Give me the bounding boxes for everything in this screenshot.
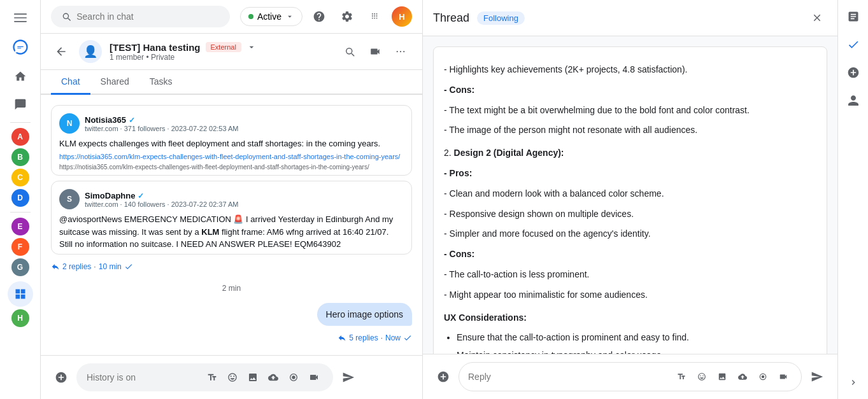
thread-ux-list: Ensure that the call-to-action is promin… [444,330,816,354]
tweet-meta-1: twitter.com · 371 followers · 2023-07-22… [85,125,239,132]
user-avatar[interactable]: H [392,6,412,27]
tweet-name-1: Notisia365 ✓ [85,115,239,125]
top-right-actions: Active H [240,5,412,28]
checkmark-icon [124,262,133,271]
thread-image-icon[interactable] [713,368,731,386]
svg-point-5 [403,51,404,52]
search-input[interactable] [76,11,220,22]
tweet-avatar-2: S [59,189,80,209]
thread-upload-icon[interactable] [734,368,751,386]
right-panel-add-icon[interactable] [842,61,865,84]
hero-image-options-bubble: Hero image options [317,303,412,326]
thread-design2-con-1: - The call-to-action is less prominent. [444,267,816,283]
tweet-header-2: S SimoDaphne ✓ twitter.com · 140 followe… [59,189,404,209]
tweet-link-preview-1: https://notisia365.com/klm-expects-chall… [59,162,404,172]
right-panel-tasks-icon[interactable] [842,33,865,56]
video-record-icon[interactable] [305,368,323,386]
svg-point-3 [397,51,398,52]
right-sidebar [837,0,868,399]
avatar-1[interactable]: A [11,128,29,146]
verified-icon-1: ✓ [129,116,135,125]
chat-room-info: [TEST] Hana testing External 1 member • … [110,42,331,62]
status-caret-icon [285,12,294,21]
tab-chat[interactable]: Chat [51,70,90,95]
svg-rect-2 [14,21,27,22]
search-box[interactable] [51,6,230,27]
hamburger-menu-button[interactable] [8,5,33,31]
thread-reply-input[interactable] [468,372,667,382]
add-attachment-button[interactable] [51,367,71,388]
avatar-2[interactable]: B [11,148,29,166]
svg-point-9 [762,375,765,379]
status-pill[interactable]: Active [240,7,302,26]
settings-button[interactable] [336,5,359,28]
verified-icon-2: ✓ [138,192,144,200]
avatar-7[interactable]: G [11,258,29,276]
thread-ux-heading: UX Considerations: [444,311,816,326]
avatar-8[interactable]: H [11,309,29,327]
active-space-btn[interactable] [8,281,33,307]
thread-con-2: - The image of the person might not reso… [444,123,816,138]
timestamp-2min: 2 min [51,284,412,293]
send-button[interactable] [338,367,359,388]
avatar-5[interactable]: E [11,218,29,235]
replies-bar-1[interactable]: 2 replies · 10 min [51,262,412,271]
emoji-icon[interactable] [224,368,241,386]
app-logo [11,38,29,56]
thread-design2-pro-2: - Responsive design shown on multiple de… [444,207,816,222]
room-search-button[interactable] [338,40,361,63]
chat-icon-btn[interactable] [8,92,33,117]
thread-format-icon[interactable] [672,368,690,386]
thread-close-button[interactable] [807,8,827,28]
tab-tasks[interactable]: Tasks [139,70,183,95]
tweet-body-2: @aviosportNews EMERGENCY MEDICATION 🚨 I … [59,213,404,251]
room-more-button[interactable] [389,40,412,63]
chat-tabs: Chat Shared Tasks [41,70,422,95]
right-panel-chevron-icon[interactable] [842,371,865,394]
upload-icon[interactable] [264,368,282,386]
thread-content: - Highlights key achievements (2K+ proje… [423,36,837,354]
right-panel-person-icon[interactable] [842,89,865,112]
chat-input-icons [203,368,323,386]
bubble-container: Hero image options [51,303,412,326]
status-dot [248,14,253,19]
thread-design2-cons-label: - Cons: [444,247,816,262]
chat-input-box [76,363,333,391]
room-caret-icon[interactable] [246,42,257,52]
reply-icon-1 [51,262,60,271]
thread-add-button[interactable] [433,367,453,387]
thread-emoji-icon[interactable] [693,368,711,386]
home-icon-btn[interactable] [8,64,33,89]
following-badge[interactable]: Following [477,11,525,25]
top-bar: Active H [41,0,422,34]
room-video-button[interactable] [364,40,387,63]
record-icon[interactable] [285,368,302,386]
ux-item-1: Ensure that the call-to-action is promin… [457,330,816,346]
replies-bar-2[interactable]: 5 replies · Now [51,333,412,342]
format-text-icon[interactable] [203,368,221,386]
back-button[interactable] [51,41,71,62]
avatar-6[interactable]: F [11,238,29,256]
right-panel-notes-icon[interactable] [842,5,865,28]
svg-rect-0 [14,13,27,15]
chat-input[interactable] [87,372,198,382]
avatar-4[interactable]: D [11,189,29,207]
help-button[interactable] [308,5,331,28]
thread-video-icon[interactable] [774,368,792,386]
avatar-3[interactable]: C [11,169,29,186]
ux-item-2: Maintain consistency in typography and c… [457,348,816,354]
chat-input-area [41,355,422,399]
tweet-name-2: SimoDaphne ✓ [85,191,239,200]
image-icon[interactable] [244,368,262,386]
tweet-link-1[interactable]: https://notisia365.com/klm-expects-chall… [59,153,400,160]
apps-button[interactable] [364,5,387,28]
thread-record-icon[interactable] [754,368,772,386]
thread-con-1: - The text might be a bit overwhelming d… [444,103,816,118]
tab-shared[interactable]: Shared [90,70,139,95]
chat-header-actions [338,40,412,63]
checkmark-icon-2 [403,333,412,342]
thread-input-icons [672,368,792,386]
thread-design2-pro-3: - Simpler and more focused on the agency… [444,227,816,242]
thread-send-button[interactable] [807,367,827,387]
chat-room-avatar: 👤 [79,40,102,63]
